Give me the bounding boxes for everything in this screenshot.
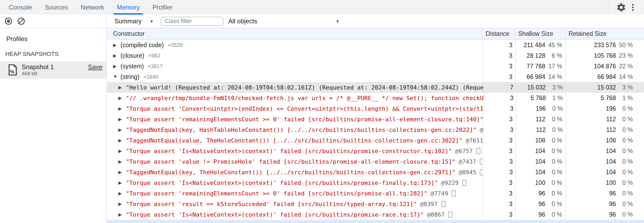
triangle-right-icon[interactable]: ▶	[118, 170, 126, 175]
table-row[interactable]: ▶"Torque assert 'remainingElementsCount …	[107, 188, 644, 199]
triangle-down-icon[interactable]: ▼	[113, 74, 120, 79]
settings-gear-icon[interactable]	[615, 2, 627, 13]
shallow-size-percent: 0 %	[546, 126, 563, 133]
save-snapshot-link[interactable]: Save	[88, 63, 102, 71]
shallow-size-percent: 45 %	[545, 42, 562, 49]
tab-console[interactable]: Console	[2, 0, 38, 15]
column-header-retained-size[interactable]: Retained Size	[565, 28, 644, 39]
retained-size-value: 112	[566, 126, 616, 133]
retained-size-percent: 0 %	[616, 158, 633, 165]
instance-count: ×3817	[148, 63, 163, 69]
table-row[interactable]: ▶"Torque assert 'remainingElementsCount …	[107, 114, 644, 124]
shallow-size-percent: 0 %	[545, 148, 562, 155]
table-row[interactable]: ▼(string)×1840366 98414 %66 98414 %	[107, 72, 644, 82]
table-row[interactable]: ▶"Hello world! (Requested at: 2024-08-19…	[107, 82, 644, 93]
table-row[interactable]: ▶"TaggedNotEqual(key, HashTableHoleConst…	[107, 124, 644, 135]
constructor-cell: ▶"TaggedNotEqual(value, TheHoleConstant(…	[107, 135, 483, 146]
table-row[interactable]: ▶(closure)×982328 1286 %105 76823 %	[107, 50, 644, 61]
tab-profiler[interactable]: Profiler	[146, 0, 179, 15]
triangle-right-icon[interactable]: ▶	[118, 95, 126, 101]
shallow-size-value: 66 984	[516, 73, 545, 81]
shallow-size-cell: 5 7681 %	[516, 93, 566, 103]
shallow-size-value: 15 032	[517, 84, 546, 91]
triangle-right-icon[interactable]: ▶	[118, 85, 126, 90]
table-row[interactable]: ▶"Torque assert 'Is<NativeContext>(conte…	[107, 209, 644, 220]
object-id: @8867	[427, 211, 445, 218]
perspective-select[interactable]: Summary ▼	[107, 17, 154, 25]
retained-size-cell: 1120 %	[566, 124, 644, 135]
tab-memory[interactable]: Memory	[110, 0, 146, 15]
table-row[interactable]: ▶"// .wrangler/tmp/bundle-FmNIt0/checked…	[107, 93, 644, 103]
triangle-right-icon[interactable]: ▶	[118, 148, 126, 154]
triangle-right-icon[interactable]: ▶	[118, 159, 126, 164]
retained-size-cell: 105 76823 %	[565, 50, 644, 61]
kebab-menu-icon[interactable]	[627, 2, 639, 13]
shallow-size-cell: 77 76817 %	[515, 61, 565, 72]
tab-network[interactable]: Network	[74, 0, 110, 15]
shallow-size-percent: 6 %	[545, 52, 562, 59]
table-row[interactable]: ▶(compiled code)×35203211 48445 %233 576…	[107, 40, 644, 50]
triangle-right-icon[interactable]: ▶	[118, 127, 126, 133]
constructor-cell: ▶(system)×3817	[107, 61, 482, 72]
shallow-size-percent: 3 %	[546, 84, 563, 91]
triangle-right-icon[interactable]: ▶	[113, 42, 120, 48]
triangle-right-icon[interactable]: ▶	[118, 212, 126, 217]
distance-cell: 3	[482, 72, 515, 82]
sidebar-toolbar	[0, 15, 106, 28]
string-value: "// .wrangler/tmp/bundle-FmNIt0/checked-…	[126, 95, 484, 101]
constructor-cell: ▶"Hello world! (Requested at: 2024-08-19…	[107, 82, 484, 93]
reveal-box-icon	[476, 148, 480, 154]
string-value: "Torque assert 'Is<NativeContext>(contex…	[126, 180, 438, 186]
distance-cell: 3	[483, 135, 515, 146]
partially-visible-row[interactable]	[107, 220, 644, 223]
tab-memory-label: Memory	[117, 4, 140, 11]
table-row[interactable]: ▶"Torque assert 'Convert<uintptr>(endInd…	[107, 103, 644, 114]
table-row[interactable]: ▶"Torque assert 'Is<NativeContext>(conte…	[107, 146, 644, 156]
distance-cell: 3	[482, 209, 515, 220]
class-filter-input[interactable]	[160, 17, 223, 26]
triangle-right-icon[interactable]: ▶	[118, 117, 126, 122]
retained-size-cell: 1960 %	[566, 103, 644, 114]
triangle-right-icon[interactable]: ▶	[118, 180, 126, 186]
sidebar-item-snapshot-1[interactable]: % Snapshot 1 468 kB Save	[0, 61, 106, 79]
table-row[interactable]: ▶"TaggedNotEqual(value, TheHoleConstant(…	[107, 135, 644, 146]
table-row[interactable]: ▶"Torque assert 'value != PromiseHole' f…	[107, 156, 644, 167]
distance-cell: 3	[482, 40, 515, 50]
triangle-right-icon[interactable]: ▶	[118, 201, 126, 207]
retained-size-percent: 0 %	[616, 179, 633, 186]
record-heap-snapshot-icon[interactable]	[5, 17, 12, 25]
snapshot-toolbar: Summary ▼ All objects ▼	[107, 15, 644, 28]
constructor-cell: ▶"// .wrangler/tmp/bundle-FmNIt0/checked…	[107, 93, 484, 103]
column-header-distance[interactable]: Distance	[482, 28, 515, 39]
column-header-shallow-size[interactable]: Shallow Size	[515, 28, 565, 39]
table-row[interactable]: ▶(system)×3817377 76817 %104 87622 %	[107, 61, 644, 72]
shallow-size-cell: 15 0323 %	[516, 82, 566, 93]
triangle-right-icon[interactable]: ▶	[118, 106, 126, 112]
column-header-constructor[interactable]: Constructor	[107, 28, 482, 39]
clear-profiles-icon[interactable]	[17, 17, 25, 25]
constructor-cell: ▶"Torque assert 'Is<NativeContext>(conte…	[107, 177, 482, 188]
shallow-size-percent: 0 %	[545, 179, 562, 186]
retained-size-percent: 0 %	[616, 169, 633, 176]
table-row[interactable]: ▶"Torque assert 'Is<NativeContext>(conte…	[107, 177, 644, 188]
shallow-size-percent: 0 %	[545, 137, 562, 144]
shallow-size-value: 211 484	[516, 42, 545, 49]
distance-cell: 3	[484, 103, 516, 114]
triangle-right-icon[interactable]: ▶	[118, 191, 126, 196]
triangle-right-icon[interactable]: ▶	[113, 64, 120, 69]
retained-size-cell: 960 %	[565, 188, 644, 199]
reveal-box-icon	[452, 190, 456, 197]
shallow-size-cell: 1000 %	[515, 177, 565, 188]
string-value: "Torque assert 'value != PromiseHole' fa…	[126, 158, 455, 165]
table-row[interactable]: ▶"TaggedNotEqual(key, TheHoleConstant())…	[107, 167, 644, 177]
triangle-right-icon[interactable]: ▶	[118, 138, 126, 143]
table-row[interactable]: ▶"Torque assert 'result == kStoreSuccede…	[107, 199, 644, 209]
constructor-name: (system)	[120, 63, 144, 70]
triangle-right-icon[interactable]: ▶	[113, 53, 120, 59]
shallow-size-cell: 66 98414 %	[515, 72, 565, 82]
objects-scope-select[interactable]: All objects ▼	[224, 17, 343, 25]
retained-size-value: 104	[566, 158, 616, 165]
tab-sources[interactable]: Sources	[38, 0, 74, 15]
tabbar-actions	[608, 0, 644, 15]
distance-cell: 3	[483, 114, 515, 124]
